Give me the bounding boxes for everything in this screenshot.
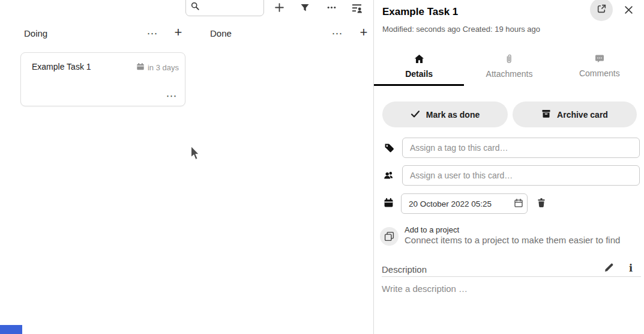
card-due-label: in 3 days	[148, 63, 179, 72]
home-icon	[414, 54, 424, 65]
doing-add-card-button[interactable]: +	[171, 25, 185, 40]
panel-meta: Modified: seconds ago Created: 19 hours …	[382, 25, 540, 34]
tab-details-label: Details	[405, 69, 433, 79]
comment-icon	[595, 54, 604, 65]
open-calendar-button[interactable]	[510, 195, 527, 213]
description-label: Description	[382, 264, 427, 275]
open-in-window-button[interactable]	[590, 0, 613, 21]
ellipsis-icon	[327, 2, 337, 14]
assign-tag-input[interactable]	[402, 138, 640, 158]
ellipsis-icon: ⋯	[147, 28, 158, 39]
edit-description-button[interactable]	[601, 261, 616, 276]
tab-comments-label: Comments	[579, 68, 620, 78]
projects-icon	[380, 227, 399, 246]
check-icon	[411, 109, 420, 120]
column-title-done: Done	[210, 28, 232, 38]
task-card[interactable]: Example Task 1 in 3 days ⋯	[20, 52, 185, 106]
plus-icon	[274, 2, 284, 14]
assign-user-input[interactable]	[402, 165, 640, 186]
tab-details[interactable]: Details	[374, 50, 464, 86]
app-window: Doing ⋯ + Done ⋯ + Example Task 1 in 3 d…	[0, 0, 644, 334]
card-details-panel: Example Task 1 Modified: seconds ago Cre…	[373, 0, 644, 334]
plus-icon: +	[360, 26, 368, 39]
close-panel-button[interactable]	[622, 4, 635, 17]
accent-indicator	[0, 325, 22, 334]
filter-icon	[300, 3, 310, 14]
done-column-menu-button[interactable]: ⋯	[330, 26, 345, 41]
info-icon: i	[629, 263, 633, 274]
tab-comments[interactable]: Comments	[555, 50, 644, 86]
tab-attachments[interactable]: Attachments	[464, 50, 554, 86]
mark-as-done-label: Mark as done	[426, 110, 480, 120]
board-menu-button[interactable]	[324, 1, 339, 16]
mark-as-done-button[interactable]: Mark as done	[382, 102, 508, 127]
due-date-input[interactable]	[402, 199, 510, 208]
tab-attachments-label: Attachments	[486, 69, 533, 79]
add-card-button[interactable]	[271, 1, 287, 16]
add-to-project-title: Add to a project	[405, 225, 459, 234]
card-due-date: in 3 days	[136, 62, 179, 73]
search-input[interactable]	[203, 4, 263, 13]
archive-card-label: Archive card	[557, 110, 608, 120]
done-add-card-button[interactable]: +	[357, 25, 371, 40]
due-date-field[interactable]	[401, 193, 528, 214]
card-title: Example Task 1	[32, 62, 91, 71]
archive-icon	[541, 109, 551, 120]
pencil-icon	[604, 263, 614, 275]
paperclip-icon	[505, 54, 513, 65]
trash-icon	[537, 198, 546, 210]
assignee-filter-button[interactable]	[349, 1, 365, 17]
panel-title: Example Task 1	[382, 6, 458, 18]
column-title-doing: Doing	[24, 28, 47, 38]
card-menu-button[interactable]: ⋯	[164, 90, 179, 102]
search-icon	[191, 2, 199, 13]
ellipsis-icon: ⋯	[332, 28, 343, 39]
users-icon	[384, 171, 395, 180]
search-box[interactable]	[185, 0, 264, 16]
assignee-list-icon	[352, 3, 363, 15]
close-icon	[624, 5, 633, 16]
add-to-project-subtitle: Connect items to a project to make them …	[405, 235, 620, 245]
tag-icon	[384, 143, 394, 153]
panel-tabs: Details Attachments Comments	[374, 50, 644, 86]
mouse-cursor	[190, 145, 200, 161]
doing-column-menu-button[interactable]: ⋯	[145, 26, 160, 41]
calendar-outline-icon	[514, 198, 523, 210]
description-divider	[382, 276, 641, 277]
description-editor[interactable]: Write a description …	[382, 284, 634, 326]
external-link-icon	[597, 4, 607, 16]
calendar-icon	[136, 62, 145, 73]
description-info-button[interactable]: i	[624, 261, 638, 275]
ellipsis-icon: ⋯	[166, 90, 178, 102]
plus-icon: +	[175, 26, 182, 39]
filter-button[interactable]	[297, 1, 313, 16]
remove-due-date-button[interactable]	[534, 196, 549, 211]
calendar-icon	[384, 198, 394, 208]
archive-card-button[interactable]: Archive card	[513, 102, 637, 127]
add-to-project-button[interactable]: Add to a project Connect items to a proj…	[380, 223, 638, 249]
